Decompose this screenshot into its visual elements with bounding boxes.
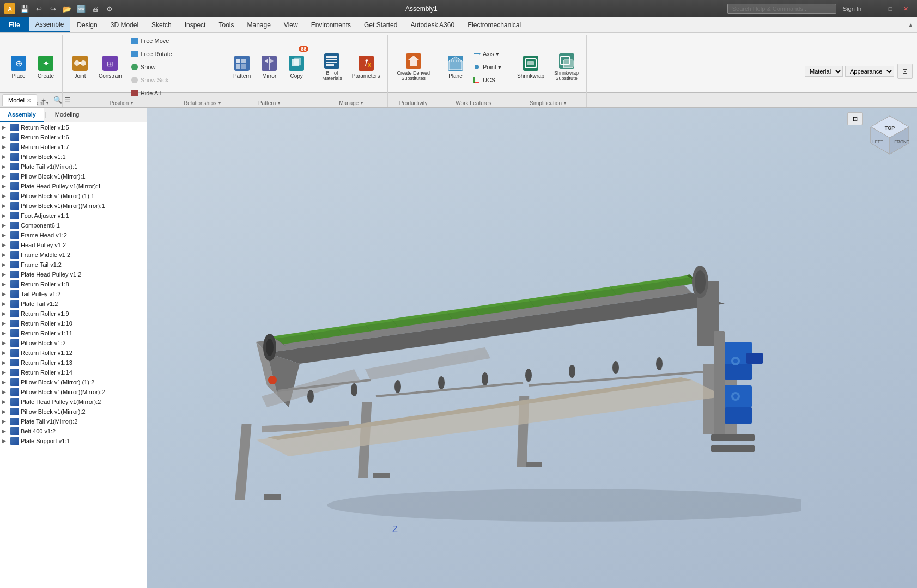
sketch-menu[interactable]: Sketch [145, 17, 178, 32]
add-tab-button[interactable]: + [39, 96, 48, 105]
electromechanical-menu[interactable]: Electromechanical [461, 17, 527, 32]
options-quick-btn[interactable]: ⚙ [104, 3, 116, 15]
model-tab[interactable]: Model ✕ [2, 94, 37, 106]
shrinkwrap-button[interactable]: Shrinkwrap [513, 45, 549, 89]
undo-quick-btn[interactable]: ↩ [33, 3, 45, 15]
joint-button[interactable]: Joint [67, 45, 93, 89]
tree-item-pillow-block-mirror-mirror2[interactable]: ▶ Pillow Block v1(Mirror)(Mirror):2 [0, 387, 147, 397]
design-menu[interactable]: Design [70, 17, 104, 32]
get-started-menu[interactable]: Get Started [357, 17, 404, 32]
tree-item-frame-middle-v12[interactable]: ▶ Frame Middle v1:2 [0, 250, 147, 260]
redo-quick-btn[interactable]: ↪ [47, 3, 59, 15]
help-search-input[interactable] [727, 4, 836, 14]
point-button[interactable]: Point ▾ [470, 61, 505, 73]
tree-item-pillow-block-mirror1-2[interactable]: ▶ Pillow Block v1(Mirror) (1):2 [0, 377, 147, 387]
tree-item-plate-tail-v12[interactable]: ▶ Plate Tail v1:2 [0, 299, 147, 309]
maximize-btn[interactable]: □ [883, 3, 897, 15]
view-cube-toggle[interactable]: ⊡ [897, 64, 913, 79]
material-selector[interactable]: Material [805, 66, 843, 77]
tree-item-return-roller-v16[interactable]: ▶ Return Roller v1:6 [0, 132, 147, 142]
show-sick-button[interactable]: Show Sick [127, 74, 175, 86]
sign-in-btn[interactable]: Sign In [836, 5, 868, 12]
tab-menu-button[interactable]: ☰ [64, 96, 71, 104]
tree-item-return-roller-v110[interactable]: ▶ Return Roller v1:10 [0, 318, 147, 328]
a360-menu[interactable]: Autodesk A360 [404, 17, 461, 32]
bom-button[interactable]: Bill ofMaterials [318, 45, 347, 89]
parameters-button[interactable]: fx Parameters [348, 45, 385, 89]
place-button[interactable]: ⊕ Place [5, 45, 32, 89]
tree-item-frame-head-v12[interactable]: ▶ Frame Head v1:2 [0, 230, 147, 240]
ucs-button[interactable]: UCS [470, 74, 505, 86]
tools-menu[interactable]: Tools [212, 17, 240, 32]
free-move-button[interactable]: Free Move [127, 35, 175, 47]
minimize-btn[interactable]: ─ [868, 3, 882, 15]
tree-item-return-roller-v19[interactable]: ▶ Return Roller v1:9 [0, 309, 147, 318]
plane-button[interactable]: Plane [442, 45, 469, 89]
create-derived-button[interactable]: Create DerivedSubstitutes [392, 45, 434, 89]
ribbon-toggle-btn[interactable]: ▴ [904, 21, 917, 29]
inspect-menu[interactable]: Inspect [178, 17, 212, 32]
tree-item-frame-tail-v12[interactable]: ▶ Frame Tail v1:2 [0, 260, 147, 270]
manage-group-label[interactable]: Manage ▾ [318, 99, 384, 107]
relationships-group-label[interactable]: Relationships ▾ [184, 99, 221, 107]
position-group-label[interactable]: Position ▾ [67, 99, 175, 107]
panel-tabs: Assembly | Modeling [0, 108, 147, 122]
appearance-selector[interactable]: Appearance [845, 66, 894, 77]
tree-item-pillow-block-v1mirror2[interactable]: ▶ Pillow Block v1(Mirror):2 [0, 407, 147, 416]
tab-search-button[interactable]: 🔍 [53, 96, 62, 104]
part-icon [10, 251, 19, 259]
free-rotate-button[interactable]: Free Rotate [127, 48, 175, 60]
open-quick-btn[interactable]: 📂 [61, 3, 73, 15]
assemble-menu[interactable]: Assemble [29, 17, 71, 32]
modeling-tab[interactable]: Modeling [47, 108, 87, 122]
view-menu[interactable]: View [277, 17, 305, 32]
mirror-button[interactable]: Mirror [256, 45, 282, 89]
navigation-cube[interactable]: TOP LEFT FRONT [868, 113, 912, 157]
tree-item-head-pulley-v12[interactable]: ▶ Head Pulley v1:2 [0, 240, 147, 250]
tree-item-return-roller-v15[interactable]: ▶ Return Roller v1:5 [0, 122, 147, 132]
manage-menu[interactable]: Manage [240, 17, 277, 32]
tree-item-plate-head-pulley-v12[interactable]: ▶ Plate Head Pulley v1:2 [0, 270, 147, 279]
tree-item-return-roller-v114[interactable]: ▶ Return Roller v1:14 [0, 367, 147, 377]
print-quick-btn[interactable]: 🖨 [89, 3, 101, 15]
tree-item-return-roller-v111[interactable]: ▶ Return Roller v1:11 [0, 328, 147, 338]
tree-item-foot-adjuster[interactable]: ▶ Foot Adjuster v1:1 [0, 211, 147, 220]
tree-item-plate-tail-mirror2[interactable]: ▶ Plate Tail v1(Mirror):2 [0, 416, 147, 426]
view-representation-toggle[interactable]: ⊞ [847, 112, 863, 125]
tree-item-return-roller-v113[interactable]: ▶ Return Roller v1:13 [0, 358, 147, 367]
new-quick-btn[interactable]: 🆕 [75, 3, 87, 15]
save-quick-btn[interactable]: 💾 [19, 3, 31, 15]
pattern-button[interactable]: Pattern [229, 45, 255, 89]
tree-item-pillow-block-v11[interactable]: ▶ Pillow Block v1:1 [0, 152, 147, 162]
close-btn[interactable]: ✕ [898, 3, 913, 15]
tree-item-pillow-block-mirror1[interactable]: ▶ Pillow Block v1(Mirror):1 [0, 171, 147, 181]
environments-menu[interactable]: Environments [305, 17, 357, 32]
tree-item-plate-head-pulley-mirror1[interactable]: ▶ Plate Head Pulley v1(Mirror):1 [0, 181, 147, 191]
tree-item-pillow-block-v12[interactable]: ▶ Pillow Block v1:2 [0, 338, 147, 348]
shrinkwrap-substitute-button[interactable]: ShrinkwrapSubstitute [550, 45, 583, 89]
3d-model-menu[interactable]: 3D Model [104, 17, 145, 32]
show-button[interactable]: Show [127, 61, 175, 73]
tree-item-component6[interactable]: ▶ Component6:1 [0, 220, 147, 230]
pattern-group-label[interactable]: Pattern ▾ [229, 99, 309, 107]
create-button[interactable]: ✦ Create [33, 45, 59, 89]
hide-all-button[interactable]: Hide All [127, 87, 175, 99]
tree-item-pillow-block-mirror-mirror1[interactable]: ▶ Pillow Block v1(Mirror)(Mirror):1 [0, 201, 147, 211]
tree-item-tail-pulley-v12[interactable]: ▶ Tail Pulley v1:2 [0, 289, 147, 299]
model-tab-close[interactable]: ✕ [27, 97, 31, 103]
tree-item-pillow-block-mirror-1-1[interactable]: ▶ Pillow Block v1(Mirror) (1):1 [0, 191, 147, 201]
file-menu[interactable]: File [0, 17, 29, 32]
simplification-group-label[interactable]: Simplification ▾ [513, 99, 583, 107]
tree-item-plate-head-pulley-mirror2[interactable]: ▶ Plate Head Pulley v1(Mirror):2 [0, 397, 147, 407]
tree-item-return-roller-v17[interactable]: ▶ Return Roller v1:7 [0, 142, 147, 152]
copy-button[interactable]: 88 Copy [283, 45, 309, 89]
tree-item-return-roller-v18[interactable]: ▶ Return Roller v1:8 [0, 279, 147, 289]
assembly-tab[interactable]: Assembly [0, 108, 44, 122]
tree-item-plate-tail-mirror1[interactable]: ▶ Plate Tail v1(Mirror):1 [0, 162, 147, 171]
axis-button[interactable]: Axis ▾ [470, 48, 505, 60]
tree-item-plate-support-v11[interactable]: ▶ Plate Support v1:1 [0, 436, 147, 446]
viewport-3d[interactable]: Z TOP LEFT FRONT ⊞ [147, 108, 917, 588]
tree-item-belt-400-v12[interactable]: ▶ Belt 400 v1:2 [0, 426, 147, 436]
constrain-button[interactable]: ⊞ Constrain [94, 45, 126, 89]
tree-item-return-roller-v112[interactable]: ▶ Return Roller v1:12 [0, 348, 147, 358]
